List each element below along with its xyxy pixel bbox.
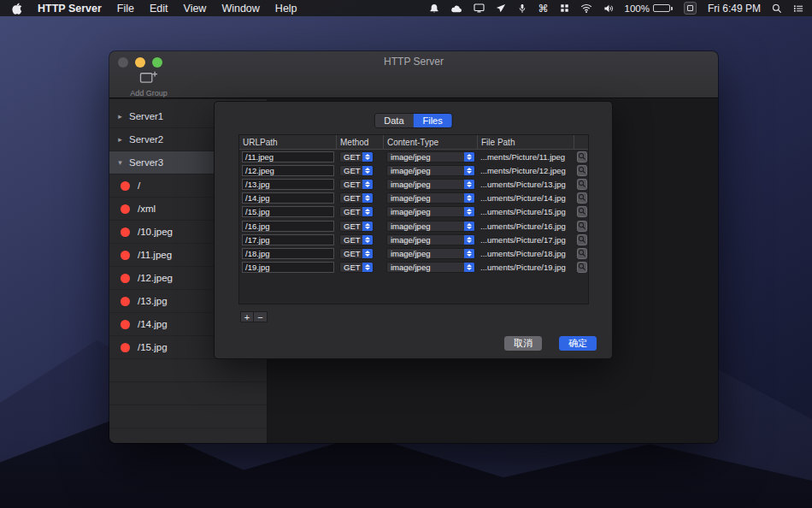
status-app-icon[interactable]: [684, 2, 697, 15]
battery-percent-label: 100%: [625, 3, 650, 14]
battery-status[interactable]: 100%: [625, 3, 673, 14]
browse-file-button[interactable]: [577, 206, 587, 217]
record-dot-icon: [121, 297, 130, 306]
method-value: GET: [340, 193, 362, 203]
select-arrows-icon: [362, 249, 373, 258]
disclosure-triangle-icon[interactable]: ▸: [116, 135, 124, 144]
file-path-text: ...uments/Picture/17.jpg: [480, 235, 570, 245]
method-select[interactable]: GET: [339, 262, 374, 273]
content-type-select[interactable]: image/jpeg: [386, 262, 475, 273]
menu-help[interactable]: Help: [268, 3, 305, 15]
content-type-select[interactable]: image/jpeg: [386, 192, 475, 204]
method-select[interactable]: GET: [339, 151, 374, 162]
record-dot-icon: [121, 320, 130, 329]
menu-window[interactable]: Window: [214, 3, 267, 15]
menu-edit[interactable]: Edit: [142, 3, 176, 15]
magnifier-icon: [578, 261, 586, 274]
table-body: /11.jpeg GET image/jpeg ...ments/Picture…: [239, 150, 588, 275]
control-center-list-icon[interactable]: [793, 3, 803, 14]
magnifier-icon: [578, 178, 586, 191]
content-type-select[interactable]: image/jpeg: [386, 248, 475, 259]
menu-view[interactable]: View: [176, 3, 215, 15]
browse-file-button[interactable]: [577, 165, 587, 176]
urlpath-field[interactable]: /15.jpg: [242, 206, 334, 217]
record-dot-icon: [121, 227, 130, 237]
bell-icon[interactable]: [429, 3, 439, 14]
command-icon[interactable]: ⌘: [538, 3, 549, 14]
urlpath-field[interactable]: /13.jpg: [242, 179, 334, 190]
urlpath-field[interactable]: /11.jpeg: [242, 151, 334, 162]
content-type-select[interactable]: image/jpeg: [386, 234, 475, 245]
method-select[interactable]: GET: [339, 179, 374, 190]
cloud-icon[interactable]: [450, 4, 462, 13]
route-label: /13.jpg: [138, 296, 168, 306]
tab-files[interactable]: Files: [414, 114, 452, 127]
add-group-button[interactable]: Add Group: [127, 69, 171, 97]
menu-bar-clock[interactable]: Fri 6:49 PM: [708, 3, 761, 15]
method-select[interactable]: GET: [339, 192, 374, 204]
content-type-select[interactable]: image/jpeg: [386, 179, 475, 190]
disclosure-triangle-icon[interactable]: ▸: [116, 112, 124, 121]
method-select[interactable]: GET: [339, 221, 374, 232]
select-arrows-icon: [464, 193, 474, 203]
urlpath-field[interactable]: /14.jpg: [242, 192, 334, 204]
cancel-button[interactable]: 取消: [504, 336, 542, 351]
method-select[interactable]: GET: [339, 248, 374, 259]
column-header-file-path: File Path: [478, 135, 574, 149]
magnifier-icon: [578, 233, 586, 246]
record-dot-icon: [121, 204, 130, 214]
paper-plane-icon[interactable]: [496, 3, 506, 14]
browse-file-button[interactable]: [577, 234, 587, 245]
add-group-icon: [138, 74, 160, 88]
urlpath-field[interactable]: /12.jpeg: [242, 165, 334, 176]
remove-row-button[interactable]: −: [254, 311, 268, 322]
urlpath-field[interactable]: /16.jpg: [242, 221, 334, 232]
method-select[interactable]: GET: [339, 206, 374, 217]
file-path-text: ...uments/Picture/15.jpg: [480, 207, 570, 216]
content-type-value: image/jpeg: [387, 166, 464, 175]
method-select[interactable]: GET: [339, 165, 374, 176]
browse-file-button[interactable]: [577, 151, 587, 162]
method-value: GET: [340, 222, 362, 231]
method-value: GET: [340, 249, 362, 258]
search-icon[interactable]: [772, 3, 782, 14]
browse-file-button[interactable]: [577, 262, 587, 273]
volume-icon[interactable]: [603, 3, 614, 14]
menu-file[interactable]: File: [109, 3, 142, 15]
wifi-icon[interactable]: [580, 3, 592, 13]
browse-file-button[interactable]: [577, 221, 587, 232]
file-path-text: ...uments/Picture/19.jpg: [480, 263, 570, 272]
tab-data[interactable]: Data: [374, 114, 413, 127]
add-row-button[interactable]: +: [240, 311, 254, 322]
browse-file-button[interactable]: [577, 179, 587, 190]
content-type-select[interactable]: image/jpeg: [386, 165, 475, 176]
method-select[interactable]: GET: [339, 234, 374, 245]
disclosure-triangle-icon[interactable]: ▾: [116, 158, 124, 167]
display-icon[interactable]: [474, 3, 485, 13]
route-label: /14.jpg: [138, 319, 168, 329]
urlpath-field[interactable]: /18.jpg: [242, 248, 334, 259]
content-type-select[interactable]: image/jpeg: [386, 221, 475, 232]
table-row: /16.jpg GET image/jpeg ...uments/Picture…: [239, 219, 588, 233]
content-type-select[interactable]: image/jpeg: [386, 206, 475, 217]
column-header-method: Method: [337, 135, 384, 149]
data-files-segmented-control: Data Files: [374, 113, 452, 128]
urlpath-field[interactable]: /17.jpg: [242, 234, 334, 245]
select-arrows-icon: [464, 152, 474, 162]
browse-file-button[interactable]: [577, 248, 587, 259]
ok-button[interactable]: 确定: [559, 336, 597, 351]
menu-bar-left: HTTP Server FileEditViewWindowHelp: [9, 3, 305, 15]
content-type-select[interactable]: image/jpeg: [386, 151, 475, 162]
microphone-icon[interactable]: [517, 3, 527, 14]
content-type-value: image/jpeg: [387, 235, 464, 245]
content-type-value: image/jpeg: [387, 222, 464, 231]
apple-menu-icon[interactable]: [9, 3, 30, 15]
grid-icon[interactable]: [560, 3, 569, 13]
urlpath-field[interactable]: /19.jpg: [242, 262, 334, 273]
content-type-value: image/jpeg: [387, 152, 464, 162]
menu-bar-app-name[interactable]: HTTP Server: [30, 3, 109, 15]
browse-file-button[interactable]: [577, 192, 587, 204]
server-label: Server3: [129, 157, 163, 168]
window-titlebar: HTTP Server Add Group: [109, 51, 718, 98]
magnifier-icon: [578, 220, 586, 233]
